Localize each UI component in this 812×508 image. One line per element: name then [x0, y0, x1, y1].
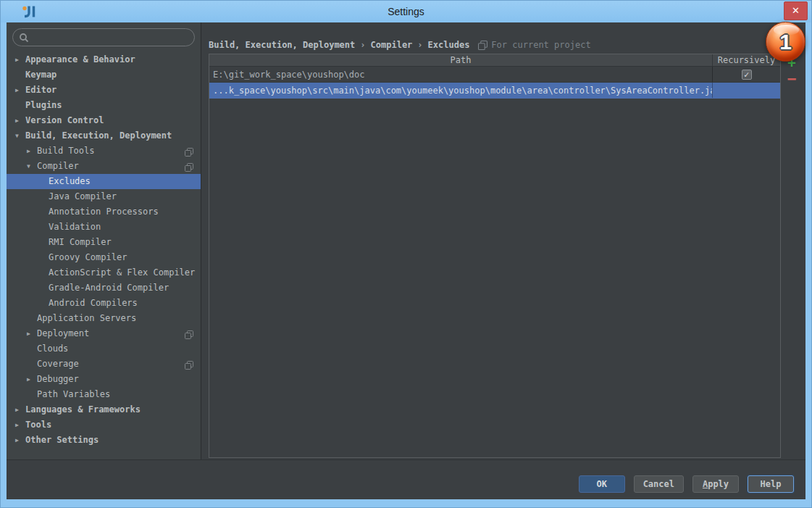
tree-item-other-settings[interactable]: ▶Other Settings: [7, 433, 201, 448]
help-button[interactable]: Help: [748, 475, 794, 493]
ok-button[interactable]: OK: [579, 475, 625, 493]
current-project-icon: [185, 359, 193, 368]
dialog-content: ▶Appearance & BehaviorKeymap▶EditorPlugi…: [7, 22, 805, 499]
chevron-collapsed-icon[interactable]: ▶: [27, 372, 37, 387]
column-header-recursively: Recursively: [712, 54, 780, 66]
tree-item-editor[interactable]: ▶Editor: [7, 83, 201, 98]
tree-item-label: Keymap: [25, 67, 56, 83]
tree-item-label: Java Compiler: [49, 189, 117, 204]
tree-item-compiler[interactable]: ▼Compiler: [7, 159, 201, 174]
cancel-button[interactable]: Cancel: [634, 475, 684, 493]
settings-main-panel: Build, Execution, Deployment›Compiler›Ex…: [202, 22, 805, 459]
close-button[interactable]: ✕: [784, 1, 808, 20]
tree-item-version-control[interactable]: ▶Version Control: [7, 113, 201, 128]
current-project-icon: [478, 41, 487, 50]
recursively-cell: ✓: [712, 67, 780, 82]
breadcrumb-separator: ›: [417, 40, 422, 50]
search-input[interactable]: [33, 33, 188, 43]
recursively-checkbox-checked[interactable]: ✓: [742, 70, 752, 80]
exclude-path-row[interactable]: E:\git_work_space\youshop\doc✓: [209, 67, 780, 83]
tree-item-label: Coverage: [37, 357, 79, 372]
tree-item-label: Deployment: [37, 326, 89, 341]
settings-tree: ▶Appearance & BehaviorKeymap▶EditorPlugi…: [7, 52, 201, 448]
recursively-cell: [712, 83, 780, 98]
breadcrumb-path: Build, Execution, Deployment›Compiler›Ex…: [209, 40, 469, 51]
breadcrumb-compiler[interactable]: Compiler: [371, 40, 413, 50]
remove-path-button[interactable]: −: [783, 70, 800, 87]
tree-item-actionscript-flex-compiler[interactable]: ActionScript & Flex Compiler: [7, 265, 201, 280]
tree-item-validation[interactable]: Validation: [7, 220, 201, 235]
chevron-collapsed-icon[interactable]: ▶: [27, 326, 37, 341]
search-icon: [19, 33, 29, 43]
tree-item-path-variables[interactable]: Path Variables: [7, 387, 201, 402]
breadcrumb: Build, Execution, Deployment›Compiler›Ex…: [209, 22, 800, 51]
tree-item-java-compiler[interactable]: Java Compiler: [7, 189, 201, 204]
tree-item-languages-frameworks[interactable]: ▶Languages & Frameworks: [7, 402, 201, 417]
search-box[interactable]: [12, 28, 195, 46]
tree-item-label: Application Servers: [37, 311, 136, 326]
tree-item-label: Clouds: [37, 341, 68, 357]
current-project-icon: [185, 329, 193, 338]
tree-item-label: Version Control: [25, 113, 104, 128]
tree-item-build-tools[interactable]: ▶Build Tools: [7, 143, 201, 159]
tree-item-label: Plugins: [25, 98, 62, 113]
chevron-collapsed-icon[interactable]: ▶: [15, 417, 25, 433]
tree-item-label: Compiler: [37, 159, 79, 174]
settings-window: Settings ✕ ▶Appearance & BehaviorKeymap▶…: [0, 0, 812, 508]
chevron-collapsed-icon[interactable]: ▶: [15, 83, 25, 98]
table-header: Path Recursively: [209, 54, 780, 67]
settings-sidebar: ▶Appearance & BehaviorKeymap▶EditorPlugi…: [7, 22, 201, 459]
minus-icon: −: [787, 70, 797, 88]
column-header-path: Path: [209, 54, 712, 66]
tree-item-excludes[interactable]: Excludes: [7, 174, 201, 189]
tree-item-application-servers[interactable]: Application Servers: [7, 311, 201, 326]
breadcrumb-excludes[interactable]: Excludes: [428, 40, 470, 50]
context-note: For current project: [478, 40, 590, 51]
tree-item-label: Build, Execution, Deployment: [25, 128, 172, 143]
table-body: E:\git_work_space\youshop\doc✓...k_space…: [209, 67, 780, 99]
annotation-badge-number: 1: [779, 30, 792, 54]
tree-item-keymap[interactable]: Keymap: [7, 67, 201, 83]
tree-item-label: Annotation Processors: [49, 204, 159, 220]
chevron-collapsed-icon[interactable]: ▶: [15, 402, 25, 417]
tree-item-label: Excludes: [49, 174, 91, 189]
chevron-expanded-icon[interactable]: ▼: [27, 159, 37, 174]
tree-item-deployment[interactable]: ▶Deployment: [7, 326, 201, 341]
tree-item-annotation-processors[interactable]: Annotation Processors: [7, 204, 201, 220]
tree-item-plugins[interactable]: Plugins: [7, 98, 201, 113]
tree-item-label: Editor: [25, 83, 56, 98]
chevron-collapsed-icon[interactable]: ▶: [15, 113, 25, 128]
chevron-collapsed-icon[interactable]: ▶: [15, 433, 25, 448]
breadcrumb-build-execution-deployment[interactable]: Build, Execution, Deployment: [209, 40, 355, 50]
tree-item-label: ActionScript & Flex Compiler: [49, 265, 195, 280]
tree-item-label: Gradle-Android Compiler: [49, 280, 169, 296]
exclude-path-row[interactable]: ...k_space\youshop\src\main\java\com\you…: [209, 83, 780, 99]
tree-item-label: Path Variables: [37, 387, 110, 402]
tree-item-label: Build Tools: [37, 143, 94, 159]
context-note-label: For current project: [491, 40, 590, 50]
chevron-expanded-icon[interactable]: ▼: [15, 128, 25, 143]
annotation-badge-1: 1: [766, 22, 805, 62]
close-icon: ✕: [792, 5, 800, 16]
chevron-collapsed-icon[interactable]: ▶: [15, 52, 25, 67]
tree-item-tools[interactable]: ▶Tools: [7, 417, 201, 433]
chevron-collapsed-icon[interactable]: ▶: [27, 143, 37, 159]
tree-item-label: Other Settings: [25, 433, 99, 448]
tree-item-gradle-android-compiler[interactable]: Gradle-Android Compiler: [7, 280, 201, 296]
tree-item-android-compilers[interactable]: Android Compilers: [7, 296, 201, 311]
tree-item-clouds[interactable]: Clouds: [7, 341, 201, 357]
exclude-path-value: E:\git_work_space\youshop\doc: [209, 67, 712, 82]
window-title: Settings: [1, 6, 811, 17]
tree-item-coverage[interactable]: Coverage: [7, 357, 201, 372]
exclude-path-value: ...k_space\youshop\src\main\java\com\you…: [209, 83, 712, 98]
tree-item-appearance-behavior[interactable]: ▶Appearance & Behavior: [7, 52, 201, 67]
apply-button[interactable]: Apply: [692, 475, 739, 493]
current-project-icon: [185, 146, 193, 155]
tree-item-label: Groovy Compiler: [49, 250, 127, 265]
tree-item-debugger[interactable]: ▶Debugger: [7, 372, 201, 387]
tree-item-build-execution-deployment[interactable]: ▼Build, Execution, Deployment: [7, 128, 201, 143]
titlebar[interactable]: Settings ✕: [1, 1, 811, 22]
tree-item-label: Tools: [25, 417, 51, 433]
tree-item-rmi-compiler[interactable]: RMI Compiler: [7, 235, 201, 250]
tree-item-groovy-compiler[interactable]: Groovy Compiler: [7, 250, 201, 265]
